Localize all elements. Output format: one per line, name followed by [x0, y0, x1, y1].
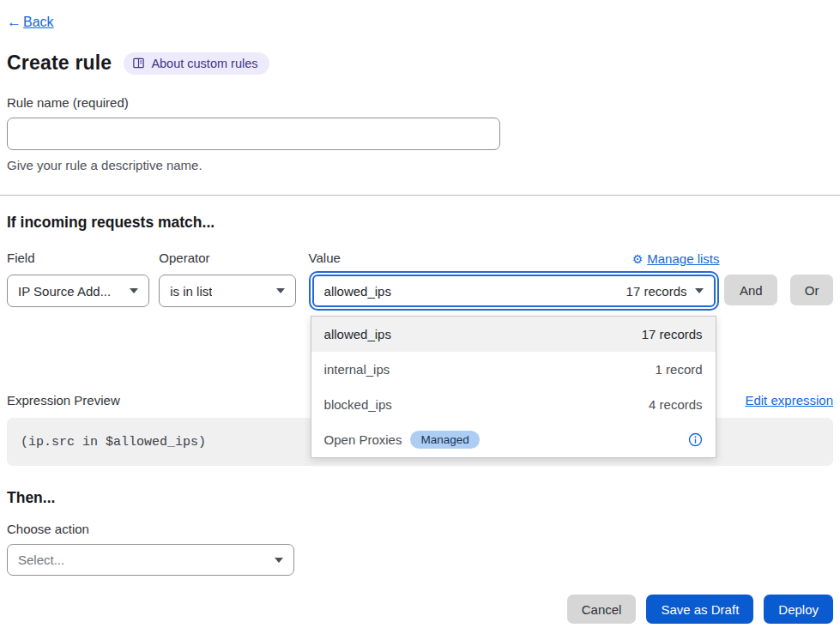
deploy-button[interactable]: Deploy — [764, 595, 833, 624]
list-item-internal-ips[interactable]: internal_ips 1 record — [311, 352, 716, 387]
rule-name-label: Rule name (required) — [7, 95, 833, 110]
expression-code: (ip.src in $allowed_ips) — [21, 435, 206, 450]
field-select[interactable]: IP Source Add... — [7, 275, 149, 307]
save-as-draft-button[interactable]: Save as Draft — [646, 595, 753, 624]
rule-name-helper: Give your rule a descriptive name. — [7, 158, 833, 172]
value-label: Value — [309, 251, 341, 267]
manage-lists-label: Manage lists — [647, 251, 719, 266]
list-item-records: 17 records — [642, 327, 703, 341]
value-select[interactable]: allowed_ips 17 records — [312, 275, 716, 307]
about-badge-label: About custom rules — [151, 57, 257, 70]
manage-lists-link[interactable]: ⚙ Manage lists — [632, 251, 720, 266]
operator-label: Operator — [159, 251, 295, 267]
list-item-blocked-ips[interactable]: blocked_ips 4 records — [311, 387, 716, 422]
operator-select[interactable]: is in list — [159, 275, 295, 307]
and-button[interactable]: And — [724, 275, 777, 305]
operator-select-value: is in list — [170, 284, 212, 299]
list-item-allowed-ips[interactable]: allowed_ips 17 records — [311, 317, 716, 352]
chevron-down-icon — [695, 288, 704, 293]
gear-icon: ⚙ — [632, 252, 644, 266]
list-item-open-proxies[interactable]: Open Proxies Managed — [311, 422, 716, 457]
managed-badge: Managed — [410, 431, 479, 449]
value-dropdown-panel: allowed_ips 17 records internal_ips 1 re… — [311, 316, 716, 458]
chevron-down-icon — [275, 558, 283, 563]
field-label: Field — [7, 251, 149, 267]
action-select[interactable]: Select... — [7, 544, 294, 576]
then-section-heading: Then... — [7, 489, 833, 507]
chevron-down-icon — [276, 288, 285, 293]
list-item-name: internal_ips — [324, 362, 390, 377]
or-button[interactable]: Or — [790, 275, 833, 305]
list-item-name: allowed_ips — [324, 327, 391, 341]
section-divider — [0, 195, 840, 196]
create-rule-page: ←Back Create rule About custom rules Rul… — [0, 0, 840, 624]
back-link[interactable]: ←Back — [7, 14, 54, 31]
edit-expression-link[interactable]: Edit expression — [745, 393, 833, 408]
action-select-placeholder: Select... — [18, 552, 64, 567]
value-select-name: allowed_ips — [324, 284, 391, 299]
list-item-records: 4 records — [649, 397, 703, 412]
value-select-records: 17 records — [626, 284, 687, 299]
expression-preview-label: Expression Preview — [7, 393, 120, 408]
rule-name-input[interactable] — [7, 118, 500, 150]
list-item-name: blocked_ips — [324, 397, 392, 412]
value-select-focus-ring: allowed_ips 17 records — [309, 271, 720, 311]
info-icon[interactable] — [688, 432, 703, 447]
field-select-value: IP Source Add... — [18, 284, 111, 299]
match-section-heading: If incoming requests match... — [7, 214, 833, 232]
choose-action-label: Choose action — [7, 522, 833, 536]
list-item-name: Open Proxies — [324, 432, 402, 447]
page-title: Create rule — [7, 51, 112, 75]
book-icon — [132, 57, 145, 69]
about-custom-rules-badge[interactable]: About custom rules — [124, 52, 269, 75]
chevron-down-icon — [130, 288, 138, 293]
back-arrow-icon: ← — [7, 14, 21, 31]
list-item-records: 1 record — [656, 362, 703, 377]
cancel-button[interactable]: Cancel — [567, 595, 637, 624]
back-label: Back — [23, 15, 54, 30]
